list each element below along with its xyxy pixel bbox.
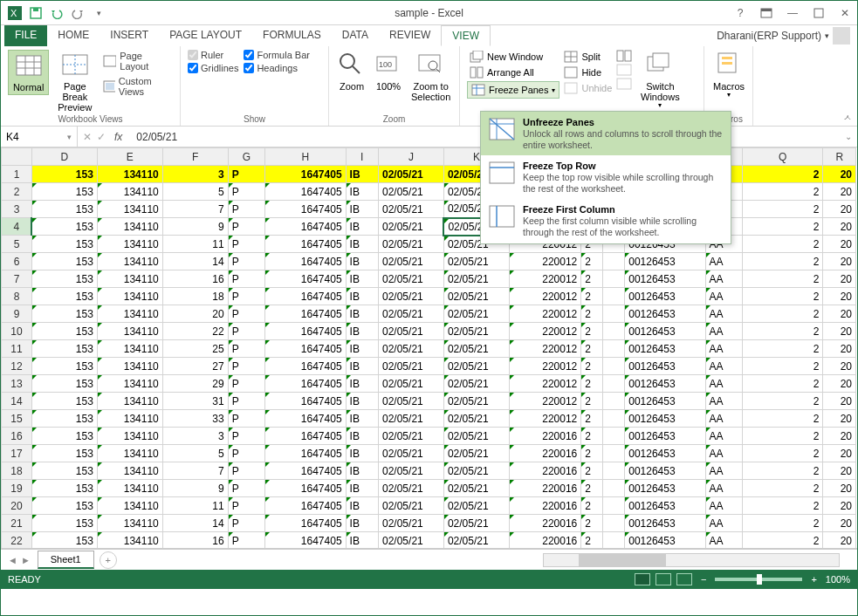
cell[interactable]: 2 bbox=[581, 445, 603, 462]
cell[interactable]: 20 bbox=[823, 253, 856, 270]
cell[interactable]: 02/05/21 bbox=[443, 462, 509, 480]
cell[interactable]: 153 bbox=[31, 201, 97, 218]
cell[interactable]: 20 bbox=[823, 428, 856, 445]
cell[interactable]: 1647405 bbox=[265, 270, 346, 288]
cell[interactable]: 31 bbox=[162, 393, 228, 410]
cell[interactable]: 00126453 bbox=[625, 410, 705, 428]
cell[interactable]: 20 bbox=[823, 410, 856, 428]
cell[interactable]: 153 bbox=[31, 375, 97, 393]
cell[interactable]: 9 bbox=[162, 480, 228, 497]
cell[interactable]: P bbox=[228, 410, 264, 428]
cell[interactable]: P bbox=[228, 218, 264, 236]
cell[interactable]: 134110 bbox=[97, 218, 162, 236]
row-header-1[interactable]: 1 bbox=[2, 166, 32, 183]
cell[interactable] bbox=[603, 462, 625, 480]
cell[interactable]: 20 bbox=[823, 532, 856, 550]
cell[interactable]: 1647405 bbox=[265, 340, 346, 358]
cell[interactable]: 2 bbox=[743, 305, 823, 323]
cell[interactable]: 7 bbox=[162, 201, 228, 218]
cell[interactable]: 00126453 bbox=[625, 358, 705, 375]
cell[interactable]: 02/05/21 bbox=[443, 305, 509, 323]
redo-icon[interactable] bbox=[71, 6, 85, 20]
cell[interactable]: 20 bbox=[823, 236, 856, 253]
cell[interactable]: P bbox=[228, 532, 264, 550]
cell[interactable]: 153 bbox=[31, 288, 97, 305]
cell[interactable]: 20 bbox=[823, 340, 856, 358]
cell[interactable]: AA bbox=[705, 445, 742, 462]
cell[interactable]: 1647405 bbox=[265, 480, 346, 497]
tab-view[interactable]: VIEW bbox=[441, 25, 491, 46]
cell[interactable]: 20 bbox=[823, 323, 856, 340]
cell[interactable]: 1647405 bbox=[265, 532, 346, 550]
cell[interactable]: IB bbox=[346, 462, 378, 480]
cell[interactable]: 02/05/21 bbox=[443, 515, 509, 532]
cell[interactable] bbox=[603, 532, 625, 550]
cell[interactable]: IB bbox=[346, 166, 378, 183]
cell[interactable]: AA bbox=[705, 410, 742, 428]
headings-checkbox[interactable]: Headings bbox=[244, 63, 310, 73]
cell[interactable]: 1647405 bbox=[265, 288, 346, 305]
row-header-20[interactable]: 20 bbox=[2, 497, 32, 515]
col-header-R[interactable]: R bbox=[823, 148, 856, 166]
page-break-preview-button[interactable]: Page Break Preview bbox=[54, 50, 95, 114]
cell[interactable]: IB bbox=[346, 236, 378, 253]
cell[interactable]: 02/05/21 bbox=[379, 445, 444, 462]
cell[interactable]: 1647405 bbox=[265, 305, 346, 323]
cell[interactable]: 00126453 bbox=[625, 375, 705, 393]
cell[interactable]: 134110 bbox=[97, 515, 162, 532]
cell[interactable]: P bbox=[228, 515, 264, 532]
cell[interactable]: 134110 bbox=[97, 497, 162, 515]
cell[interactable]: AA bbox=[705, 532, 742, 550]
cell[interactable]: 25 bbox=[162, 340, 228, 358]
cell[interactable]: P bbox=[228, 340, 264, 358]
cell[interactable]: 220016 bbox=[509, 532, 580, 550]
enter-formula-icon[interactable]: ✓ bbox=[97, 131, 106, 143]
cell[interactable]: 2 bbox=[743, 393, 823, 410]
cell[interactable]: 9 bbox=[162, 218, 228, 236]
cell[interactable]: 1647405 bbox=[265, 218, 346, 236]
cell[interactable]: 220012 bbox=[509, 305, 580, 323]
cell[interactable]: IB bbox=[346, 183, 378, 201]
cell[interactable]: P bbox=[228, 358, 264, 375]
cell[interactable]: 00126453 bbox=[625, 532, 705, 550]
cell[interactable]: 02/05/21 bbox=[443, 410, 509, 428]
cell[interactable]: 00126453 bbox=[625, 323, 705, 340]
col-header-E[interactable]: E bbox=[97, 148, 162, 166]
cell[interactable]: 134110 bbox=[97, 166, 162, 183]
cell[interactable]: 1647405 bbox=[265, 236, 346, 253]
zoom-in-icon[interactable]: + bbox=[811, 574, 816, 585]
ruler-checkbox[interactable]: Ruler bbox=[188, 50, 238, 60]
cell[interactable]: 220012 bbox=[509, 410, 580, 428]
cell[interactable]: 2 bbox=[743, 270, 823, 288]
cell[interactable]: 153 bbox=[31, 236, 97, 253]
cell[interactable]: 153 bbox=[31, 323, 97, 340]
cell[interactable]: AA bbox=[705, 497, 742, 515]
cell[interactable]: 5 bbox=[162, 445, 228, 462]
cell[interactable] bbox=[603, 305, 625, 323]
cell[interactable]: IB bbox=[346, 340, 378, 358]
new-sheet-button[interactable]: + bbox=[100, 551, 117, 569]
cell[interactable]: 02/05/21 bbox=[443, 428, 509, 445]
cell[interactable]: 134110 bbox=[97, 428, 162, 445]
cell[interactable]: P bbox=[228, 236, 264, 253]
select-all-corner[interactable] bbox=[2, 148, 32, 166]
cell[interactable]: 1647405 bbox=[265, 166, 346, 183]
fx-icon[interactable]: fx bbox=[111, 131, 126, 143]
cell[interactable]: 02/05/21 bbox=[379, 305, 444, 323]
cell[interactable]: 2 bbox=[581, 515, 603, 532]
cell[interactable]: 220016 bbox=[509, 480, 580, 497]
cell[interactable]: AA bbox=[705, 323, 742, 340]
cell[interactable]: 1647405 bbox=[265, 183, 346, 201]
cell[interactable]: 16 bbox=[162, 270, 228, 288]
cell[interactable]: 1647405 bbox=[265, 358, 346, 375]
cell[interactable]: IB bbox=[346, 393, 378, 410]
cell[interactable]: 2 bbox=[743, 166, 823, 183]
cell[interactable]: 02/05/21 bbox=[379, 532, 444, 550]
cell[interactable]: 2 bbox=[743, 497, 823, 515]
row-header-5[interactable]: 5 bbox=[2, 236, 32, 253]
cell[interactable]: 2 bbox=[581, 288, 603, 305]
cell[interactable]: P bbox=[228, 462, 264, 480]
tab-review[interactable]: REVIEW bbox=[379, 25, 441, 46]
row-header-8[interactable]: 8 bbox=[2, 288, 32, 305]
cell[interactable]: IB bbox=[346, 375, 378, 393]
